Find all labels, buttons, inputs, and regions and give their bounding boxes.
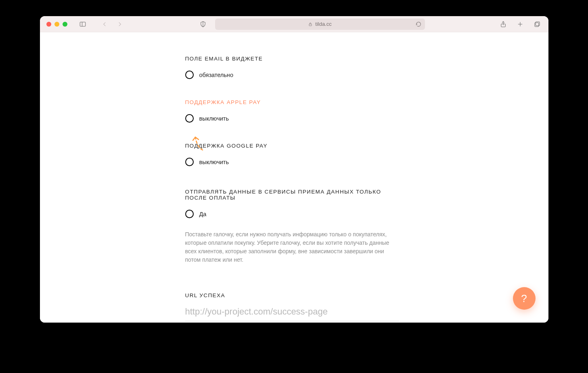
back-button[interactable] bbox=[100, 19, 109, 29]
option-row[interactable]: Да bbox=[185, 210, 399, 218]
svg-rect-0 bbox=[80, 22, 86, 26]
svg-rect-8 bbox=[535, 23, 539, 27]
address-bar-wrap: tilda.cc bbox=[215, 19, 425, 30]
radio-label: выключить bbox=[199, 159, 229, 165]
browser-toolbar: tilda.cc bbox=[40, 16, 548, 32]
tabs-overview-icon[interactable] bbox=[532, 19, 542, 29]
option-row[interactable]: обязательно bbox=[185, 71, 399, 79]
close-window-button[interactable] bbox=[46, 22, 51, 27]
privacy-shield-icon[interactable] bbox=[198, 19, 208, 29]
radio-label: Да bbox=[199, 211, 207, 217]
sidebar-toggle-icon[interactable] bbox=[78, 19, 88, 29]
success-url-input[interactable] bbox=[185, 304, 399, 321]
section-title: ПОДДЕРЖКА GOOGLE PAY bbox=[185, 143, 399, 149]
window-controls bbox=[46, 22, 67, 27]
section-apple-pay: ПОДДЕРЖКА APPLE PAY выключить bbox=[185, 99, 399, 123]
radio-label: обязательно bbox=[199, 72, 233, 78]
address-bar-text: tilda.cc bbox=[315, 21, 331, 27]
browser-window: tilda.cc ПОЛЕ EMAIL В ВИДЖЕТЕ обязательн bbox=[40, 16, 548, 323]
section-title: ОТПРАВЛЯТЬ ДАННЫЕ В СЕРВИСЫ ПРИЕМА ДАННЫ… bbox=[185, 189, 399, 201]
section-title: ПОДДЕРЖКА APPLE PAY bbox=[185, 99, 399, 105]
settings-form: ПОЛЕ EMAIL В ВИДЖЕТЕ обязательно ПОДДЕРЖ… bbox=[185, 32, 399, 323]
help-button-label: ? bbox=[521, 292, 527, 305]
section-google-pay: ПОДДЕРЖКА GOOGLE PAY выключить bbox=[185, 143, 399, 166]
section-title: ПОЛЕ EMAIL В ВИДЖЕТЕ bbox=[185, 56, 399, 62]
option-row[interactable]: выключить bbox=[185, 114, 399, 123]
page-content: ПОЛЕ EMAIL В ВИДЖЕТЕ обязательно ПОДДЕРЖ… bbox=[40, 32, 548, 323]
radio-button[interactable] bbox=[185, 158, 194, 166]
section-send-after-pay: ОТПРАВЛЯТЬ ДАННЫЕ В СЕРВИСЫ ПРИЕМА ДАННЫ… bbox=[185, 189, 399, 264]
radio-button[interactable] bbox=[185, 210, 194, 218]
address-bar[interactable]: tilda.cc bbox=[215, 19, 425, 30]
option-row[interactable]: выключить bbox=[185, 158, 399, 166]
share-icon[interactable] bbox=[498, 19, 508, 29]
help-button[interactable]: ? bbox=[513, 287, 536, 310]
svg-rect-3 bbox=[309, 24, 312, 26]
minimize-window-button[interactable] bbox=[54, 22, 59, 27]
svg-rect-7 bbox=[536, 22, 540, 26]
radio-button[interactable] bbox=[185, 71, 194, 79]
section-title: URL УСПЕХА bbox=[185, 292, 399, 298]
radio-button[interactable] bbox=[185, 114, 194, 123]
reload-icon[interactable] bbox=[415, 21, 422, 27]
radio-label: выключить bbox=[199, 115, 229, 122]
toolbar-right-icons bbox=[498, 19, 542, 29]
section-success-url: URL УСПЕХА Укажите URL страницы, на кото… bbox=[185, 292, 399, 323]
maximize-window-button[interactable] bbox=[63, 22, 67, 27]
nav-buttons bbox=[100, 19, 125, 29]
lock-icon bbox=[308, 22, 313, 27]
help-text: Поставьте галочку, если нужно получать и… bbox=[185, 230, 399, 264]
new-tab-icon[interactable] bbox=[515, 19, 525, 29]
section-email-widget: ПОЛЕ EMAIL В ВИДЖЕТЕ обязательно bbox=[185, 56, 399, 79]
forward-button[interactable] bbox=[115, 19, 125, 29]
